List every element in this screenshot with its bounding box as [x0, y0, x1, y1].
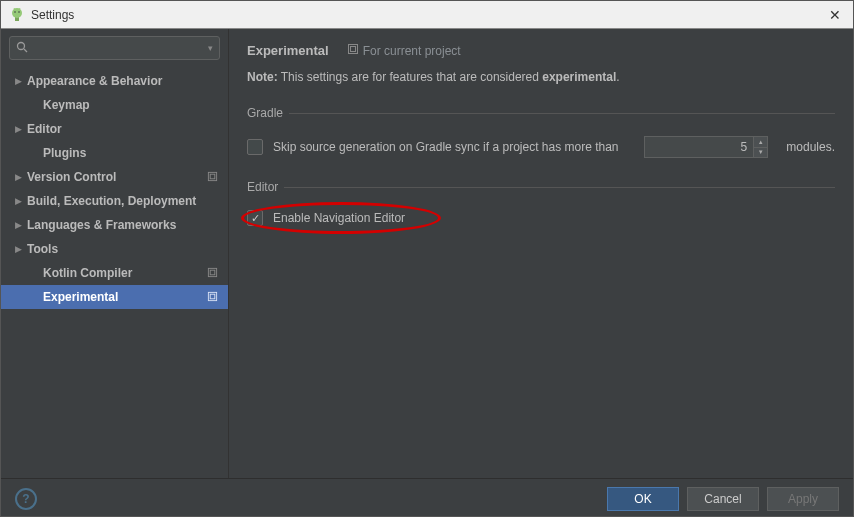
svg-rect-15 — [350, 47, 355, 52]
expand-arrow-icon: ▶ — [15, 196, 27, 206]
svg-point-2 — [14, 11, 16, 13]
editor-section: Editor Enable Navigation Editor — [247, 180, 835, 226]
expand-arrow-icon: ▶ — [15, 220, 27, 230]
expand-arrow-icon: ▶ — [15, 76, 27, 86]
enable-nav-editor-checkbox[interactable] — [247, 210, 263, 226]
svg-rect-14 — [348, 45, 357, 54]
scope-label: For current project — [347, 43, 461, 58]
settings-panel: Experimental For current project Note: T… — [229, 29, 853, 478]
expand-arrow-icon: ▶ — [15, 124, 27, 134]
svg-rect-13 — [210, 294, 215, 299]
sidebar-item-label: Appearance & Behavior — [27, 74, 162, 88]
sidebar-item-label: Editor — [27, 122, 62, 136]
title-bar: Settings ✕ — [1, 1, 853, 29]
cancel-button[interactable]: Cancel — [687, 487, 759, 511]
gradle-legend: Gradle — [247, 106, 289, 120]
sidebar-item-label: Plugins — [43, 146, 86, 160]
sidebar-item-version-control[interactable]: ▶Version Control — [1, 165, 228, 189]
module-count-input[interactable] — [644, 136, 754, 158]
project-scope-icon — [207, 267, 218, 280]
skip-source-gen-label: Skip source generation on Gradle sync if… — [273, 140, 619, 154]
sidebar-item-label: Build, Execution, Deployment — [27, 194, 196, 208]
enable-nav-editor-label: Enable Navigation Editor — [273, 211, 405, 225]
search-icon — [16, 41, 28, 56]
sidebar-item-kotlin-compiler[interactable]: Kotlin Compiler — [1, 261, 228, 285]
sidebar-item-label: Tools — [27, 242, 58, 256]
sidebar-item-appearance-behavior[interactable]: ▶Appearance & Behavior — [1, 69, 228, 93]
modules-suffix: modules. — [786, 140, 835, 154]
window-title: Settings — [31, 8, 825, 22]
sidebar-item-label: Keymap — [43, 98, 90, 112]
app-icon — [9, 7, 25, 23]
note-text: Note: This settings are for features tha… — [247, 70, 835, 84]
sidebar: ▾ ▶Appearance & BehaviorKeymap▶EditorPlu… — [1, 29, 229, 478]
close-icon[interactable]: ✕ — [825, 7, 845, 23]
svg-rect-9 — [210, 174, 215, 179]
apply-button[interactable]: Apply — [767, 487, 839, 511]
sidebar-item-editor[interactable]: ▶Editor — [1, 117, 228, 141]
svg-point-6 — [18, 42, 25, 49]
svg-line-7 — [24, 49, 27, 52]
sidebar-item-label: Languages & Frameworks — [27, 218, 176, 232]
project-scope-icon — [207, 291, 218, 304]
expand-arrow-icon: ▶ — [15, 244, 27, 254]
sidebar-item-tools[interactable]: ▶Tools — [1, 237, 228, 261]
svg-rect-10 — [208, 268, 216, 276]
sidebar-item-label: Kotlin Compiler — [43, 266, 132, 280]
sidebar-item-plugins[interactable]: Plugins — [1, 141, 228, 165]
svg-rect-8 — [208, 172, 216, 180]
svg-point-1 — [12, 8, 22, 18]
sidebar-item-languages-frameworks[interactable]: ▶Languages & Frameworks — [1, 213, 228, 237]
editor-legend: Editor — [247, 180, 284, 194]
settings-tree: ▶Appearance & BehaviorKeymap▶EditorPlugi… — [1, 67, 228, 478]
page-title: Experimental — [247, 43, 329, 58]
sidebar-item-keymap[interactable]: Keymap — [1, 93, 228, 117]
sidebar-item-label: Version Control — [27, 170, 116, 184]
svg-rect-12 — [208, 292, 216, 300]
project-scope-icon — [207, 171, 218, 184]
module-count-spinner[interactable]: ▲ ▼ — [644, 136, 768, 158]
svg-point-3 — [18, 11, 20, 13]
search-input[interactable]: ▾ — [9, 36, 220, 60]
skip-source-gen-checkbox[interactable] — [247, 139, 263, 155]
help-button[interactable]: ? — [15, 488, 37, 510]
spinner-down-icon[interactable]: ▼ — [754, 148, 767, 158]
ok-button[interactable]: OK — [607, 487, 679, 511]
dialog-footer: ? OK Cancel Apply — [1, 478, 853, 517]
chevron-down-icon: ▾ — [208, 43, 213, 53]
svg-rect-11 — [210, 270, 215, 275]
gradle-section: Gradle Skip source generation on Gradle … — [247, 106, 835, 158]
expand-arrow-icon: ▶ — [15, 172, 27, 182]
project-scope-icon — [347, 43, 359, 58]
sidebar-item-experimental[interactable]: Experimental — [1, 285, 228, 309]
spinner-up-icon[interactable]: ▲ — [754, 137, 767, 148]
sidebar-item-build-execution-deployment[interactable]: ▶Build, Execution, Deployment — [1, 189, 228, 213]
sidebar-item-label: Experimental — [43, 290, 118, 304]
